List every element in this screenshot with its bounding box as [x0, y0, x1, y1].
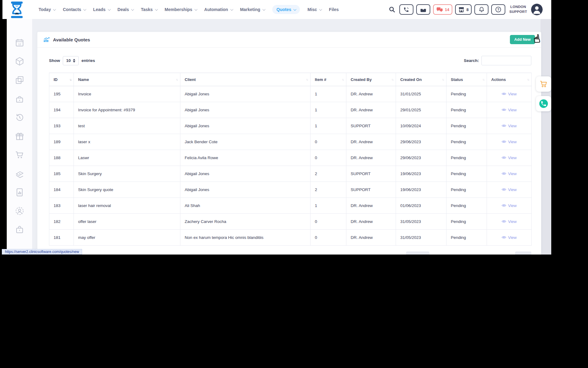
view-link[interactable]: View — [502, 92, 517, 96]
view-link[interactable]: View — [502, 171, 517, 176]
inbox-button[interactable] — [416, 4, 430, 15]
entries-label: entries — [81, 58, 95, 63]
phone-button[interactable] — [399, 4, 413, 15]
search-label: Search: — [464, 58, 479, 63]
help-button[interactable]: ? — [491, 4, 505, 15]
cell-created-on: 29/01/2025 — [396, 102, 447, 118]
cart-icon — [540, 80, 548, 88]
table-row: 182 offer laser Zachery Carver Rocha 0 D… — [49, 214, 532, 230]
search-icon[interactable] — [389, 6, 395, 13]
messages-button[interactable]: 14 — [433, 4, 452, 15]
sidebar-item-packages[interactable] — [14, 56, 25, 67]
column-header-created-by[interactable]: Created By↑↓ — [346, 73, 396, 86]
page-number-button[interactable]: 5 — [468, 251, 476, 255]
eye-icon — [502, 156, 506, 159]
floating-phone-button[interactable] — [536, 96, 551, 111]
previous-page-button[interactable]: Previous — [406, 251, 430, 255]
sidebar-item-basket[interactable] — [14, 94, 25, 104]
page-number-button[interactable]: 4 — [459, 251, 467, 255]
add-new-button[interactable]: Add New — [510, 35, 535, 44]
entries-select[interactable]: 10 — [63, 56, 79, 65]
column-header-created-on[interactable]: Created On↑↓ — [396, 73, 447, 86]
avatar[interactable] — [531, 4, 543, 15]
next-page-button[interactable]: Next — [515, 251, 531, 255]
browser-viewport: Today Contacts Leads Deals Tasks Members… — [2, 0, 551, 255]
eye-icon — [502, 108, 506, 111]
cell-actions: View — [487, 86, 532, 102]
column-header-actions[interactable]: Actions↑↓ — [487, 73, 532, 86]
nav-item-marketing[interactable]: Marketing — [240, 7, 265, 12]
cell-status: Pending — [447, 214, 487, 230]
scrollbar-gutter[interactable] — [541, 19, 551, 255]
cell-id: 183 — [49, 198, 74, 214]
page-number-button[interactable]: 6 — [477, 251, 485, 255]
column-header-items[interactable]: Item #↑↓ — [311, 73, 346, 86]
sidebar-item-calendar[interactable]: 12 — [14, 37, 25, 48]
sort-icon: ↑↓ — [306, 78, 308, 81]
clinicsoftware-logo[interactable] — [10, 1, 24, 18]
sidebar-item-cart[interactable] — [14, 150, 25, 160]
floating-cart-button[interactable] — [536, 76, 551, 92]
cell-created-on: 29/06/2023 — [396, 134, 447, 150]
sort-icon: ↑↓ — [442, 78, 444, 81]
page-number-button[interactable]: 7 — [487, 251, 495, 255]
page-number-button[interactable]: 3 — [450, 251, 458, 255]
nav-item-tasks[interactable]: Tasks — [141, 7, 157, 12]
store-button[interactable]: 8 — [455, 4, 472, 15]
page-number-button[interactable]: 8 — [496, 251, 504, 255]
nav-item-today[interactable]: Today — [39, 7, 55, 12]
page-number-button[interactable]: 1 — [432, 251, 439, 255]
view-link[interactable]: View — [502, 140, 517, 144]
view-link[interactable]: View — [502, 203, 517, 208]
bell-icon — [479, 6, 484, 13]
show-label: Show — [49, 58, 60, 63]
cell-name: Invoice for Appointment: #9379 — [74, 102, 180, 118]
sidebar-item-staff[interactable] — [14, 206, 25, 216]
chevron-down-icon — [131, 8, 134, 11]
view-link[interactable]: View — [502, 108, 517, 112]
svg-text:12: 12 — [18, 43, 21, 46]
cell-client: Felicia Avila Rowe — [180, 150, 311, 166]
nav-item-memberships[interactable]: Memberships — [165, 7, 197, 12]
cell-items: 1 — [311, 102, 346, 118]
nav-item-leads[interactable]: Leads — [93, 7, 110, 12]
notifications-button[interactable] — [474, 4, 488, 15]
column-header-client[interactable]: Client↑↓ — [180, 73, 311, 86]
nav-item-automation[interactable]: Automation — [204, 7, 232, 12]
cell-name: Invoice — [74, 86, 180, 102]
sidebar-item-briefcase[interactable] — [14, 224, 25, 235]
nav-item-files[interactable]: Files — [329, 7, 339, 12]
view-link[interactable]: View — [502, 219, 517, 224]
table-controls: Show 10 entries Search: — [49, 56, 531, 65]
column-header-status[interactable]: Status↑↓ — [447, 73, 487, 86]
view-link[interactable]: View — [502, 124, 517, 128]
view-link[interactable]: View — [502, 155, 517, 160]
cell-id: 184 — [49, 182, 74, 198]
cell-name: Skin Surgery — [74, 166, 180, 182]
column-header-id[interactable]: ID↑↓ — [49, 73, 74, 86]
cell-created-on: 31/05/2023 — [396, 214, 447, 230]
nav-item-deals[interactable]: Deals — [118, 7, 133, 12]
page-number-button[interactable]: 9 — [505, 251, 513, 255]
store-count: 8 — [466, 7, 469, 12]
cell-actions: View — [487, 118, 532, 134]
sidebar-item-gifts[interactable] — [14, 131, 25, 141]
nav-item-misc[interactable]: Misc — [307, 7, 321, 12]
sidebar-item-history[interactable] — [14, 112, 25, 123]
nav-item-contacts[interactable]: Contacts — [63, 7, 85, 12]
table-search-input[interactable] — [481, 56, 531, 65]
table-row: 184 Skin Surgery quote Abigail Jones 2 S… — [49, 182, 532, 198]
view-link[interactable]: View — [502, 235, 517, 240]
nav-item-quotes[interactable]: Quotes — [272, 5, 300, 14]
sidebar-item-reports[interactable] — [14, 187, 25, 197]
sidebar-item-windows[interactable] — [14, 75, 25, 85]
cell-created-by: DR. Andrew — [346, 102, 396, 118]
cell-status: Pending — [447, 102, 487, 118]
card-body: Show 10 entries Search: — [37, 56, 541, 255]
sidebar-item-payments[interactable] — [14, 168, 25, 179]
view-link[interactable]: View — [502, 187, 517, 192]
page-number-button[interactable]: 2 — [441, 251, 449, 255]
cell-created-on: 19/06/2023 — [396, 182, 447, 198]
navbar-actions: 14 8 ? LONDON SUPPORT — [389, 4, 551, 15]
column-header-name[interactable]: Name↑↓ — [74, 73, 180, 86]
